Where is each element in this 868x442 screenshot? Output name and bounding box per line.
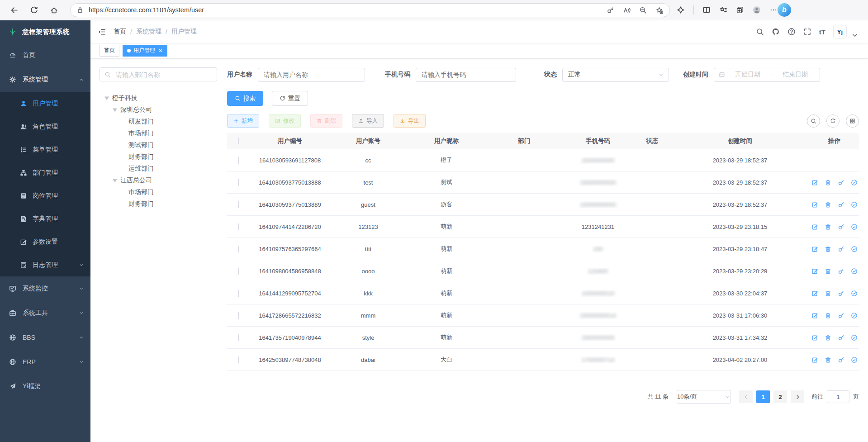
tree-node[interactable]: 财务部门 (100, 198, 217, 210)
row-checkbox[interactable] (238, 268, 239, 275)
sidebar-item-home[interactable]: 首页 (0, 43, 90, 67)
row-check-circle-icon[interactable] (851, 290, 858, 297)
username-input[interactable] (258, 68, 365, 82)
dept-name-field[interactable] (115, 71, 212, 79)
tree-node[interactable]: 市场部门 (100, 128, 217, 139)
address-bar[interactable]: https://ccnetcore.com:1101/system/user (70, 3, 670, 17)
sidebar-item-monitor[interactable]: 系统监控 (0, 276, 90, 301)
search-button[interactable]: 搜索 (227, 91, 263, 106)
next-page-button[interactable] (791, 390, 804, 403)
password-key-icon[interactable] (607, 6, 614, 14)
table-tool-grid-button[interactable] (846, 114, 859, 128)
row-check-circle-icon[interactable] (851, 179, 858, 186)
row-check-circle-icon[interactable] (851, 246, 858, 252)
row-key-icon[interactable] (838, 246, 844, 252)
goto-page-input[interactable] (827, 390, 849, 403)
row-trash-icon[interactable] (825, 201, 831, 208)
tree-node[interactable]: 深圳总公司 (100, 104, 217, 116)
row-trash-icon[interactable] (825, 179, 831, 186)
row-edit-sq-icon[interactable] (811, 179, 818, 186)
reset-button[interactable]: 重置 (272, 91, 308, 106)
row-edit-sq-icon[interactable] (811, 246, 818, 252)
row-check-circle-icon[interactable] (851, 268, 858, 275)
collections-icon[interactable] (736, 6, 744, 14)
sidebar-item-dict[interactable]: 字典管理 (0, 207, 90, 230)
page-button[interactable]: 1 (756, 390, 770, 403)
profile-icon[interactable] (753, 6, 761, 14)
row-check-circle-icon[interactable] (851, 312, 858, 319)
tree-node[interactable]: 运维部门 (100, 163, 217, 175)
home-icon[interactable] (50, 6, 58, 14)
sidebar-item-user[interactable]: 用户管理 (0, 92, 90, 115)
sidebar-item-tool[interactable]: 系统工具 (0, 301, 90, 325)
sidebar-item-system[interactable]: 系统管理 (0, 67, 90, 92)
tree-node[interactable]: 橙子科技 (100, 92, 217, 104)
page-size-select[interactable]: 10条/页 (677, 390, 731, 404)
row-checkbox[interactable] (238, 290, 239, 297)
row-edit-sq-icon[interactable] (811, 356, 818, 363)
add-favorite-icon[interactable] (655, 6, 663, 14)
trash-button[interactable]: 删除 (310, 114, 342, 128)
sidebar-item-erp[interactable]: ERP (0, 350, 90, 374)
close-icon[interactable] (158, 48, 163, 53)
upload-button[interactable]: 导入 (352, 114, 384, 128)
row-key-icon[interactable] (838, 179, 844, 186)
zoom-out-icon[interactable] (639, 6, 647, 14)
more-icon[interactable] (769, 6, 778, 14)
prev-page-button[interactable] (739, 390, 753, 403)
tree-node[interactable]: 市场部门 (100, 186, 217, 198)
tree-node[interactable]: 江西总公司 (100, 175, 217, 186)
edit-sq-button[interactable]: 修改 (269, 114, 301, 128)
row-trash-icon[interactable] (825, 246, 831, 252)
row-check-circle-icon[interactable] (851, 334, 858, 341)
split-screen-icon[interactable] (702, 6, 711, 14)
sidebar-item-bbs[interactable]: BBS (0, 325, 90, 350)
row-checkbox[interactable] (238, 246, 239, 252)
row-checkbox[interactable] (238, 201, 239, 208)
row-edit-sq-icon[interactable] (811, 201, 818, 208)
dept-search-input[interactable] (100, 67, 217, 81)
breadcrumb-item[interactable]: 首页 (114, 28, 126, 36)
sidebar-item-yi[interactable]: Yi框架 (0, 374, 90, 399)
search-icon[interactable] (756, 28, 764, 36)
row-edit-sq-icon[interactable] (811, 268, 818, 275)
avatar[interactable]: Yj (833, 25, 847, 38)
chevron-down-icon[interactable] (851, 31, 859, 39)
row-trash-icon[interactable] (825, 290, 831, 297)
tree-node[interactable]: 测试部门 (100, 139, 217, 151)
row-key-icon[interactable] (838, 334, 844, 341)
row-checkbox[interactable] (238, 356, 239, 363)
sidebar-item-config[interactable]: 参数设置 (0, 230, 90, 253)
download-button[interactable]: 导出 (394, 114, 426, 128)
sidebar-item-dept[interactable]: 部门管理 (0, 161, 90, 184)
table-tool-refresh-button[interactable] (826, 114, 840, 128)
read-aloud-icon[interactable] (623, 6, 631, 14)
row-check-circle-icon[interactable] (851, 201, 858, 208)
row-checkbox[interactable] (238, 179, 239, 186)
row-checkbox[interactable] (238, 312, 239, 319)
row-key-icon[interactable] (838, 268, 844, 275)
tree-node[interactable]: 财务部门 (100, 151, 217, 163)
row-key-icon[interactable] (838, 290, 844, 297)
browser-essentials-icon[interactable] (677, 6, 685, 14)
sidebar-item-log[interactable]: 日志管理 (0, 253, 90, 276)
row-checkbox[interactable] (238, 157, 239, 164)
github-icon[interactable] (772, 28, 780, 36)
page-button[interactable]: 2 (773, 390, 787, 403)
tree-node[interactable]: 研发部门 (100, 116, 217, 128)
row-check-circle-icon[interactable] (851, 223, 858, 230)
tab-home[interactable]: 首页 (100, 45, 119, 57)
row-key-icon[interactable] (838, 312, 844, 319)
row-check-circle-icon[interactable] (851, 356, 858, 363)
tab-user-management[interactable]: 用户管理 (123, 45, 167, 57)
fullscreen-icon[interactable] (803, 28, 811, 36)
plus-button[interactable]: 新增 (227, 114, 259, 128)
row-trash-icon[interactable] (825, 268, 831, 275)
row-trash-icon[interactable] (825, 312, 831, 319)
hamburger-fold-icon[interactable] (90, 28, 114, 36)
sidebar-item-menu[interactable]: 菜单管理 (0, 138, 90, 161)
caret-down-icon[interactable] (109, 105, 120, 115)
text-size-icon[interactable]: tT (819, 28, 825, 36)
sidebar-item-role[interactable]: 角色管理 (0, 115, 90, 138)
refresh-icon[interactable] (30, 6, 38, 14)
